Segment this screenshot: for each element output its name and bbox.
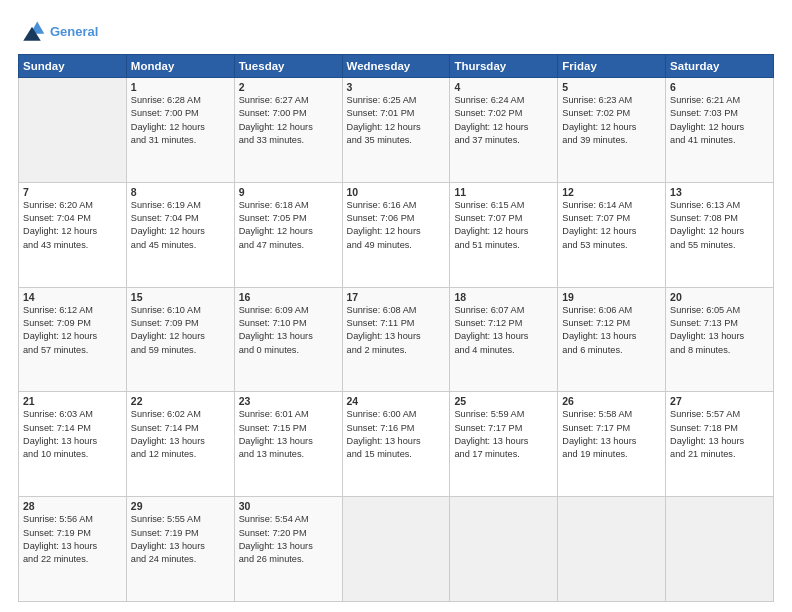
logo: General (18, 18, 98, 46)
calendar-cell: 26Sunrise: 5:58 AMSunset: 7:17 PMDayligh… (558, 392, 666, 497)
cell-info: Sunrise: 6:14 AMSunset: 7:07 PMDaylight:… (562, 199, 661, 252)
logo-icon (18, 18, 46, 46)
weekday-header-row: SundayMondayTuesdayWednesdayThursdayFrid… (19, 55, 774, 78)
cell-date: 14 (23, 291, 122, 303)
calendar-cell: 10Sunrise: 6:16 AMSunset: 7:06 PMDayligh… (342, 182, 450, 287)
cell-info: Sunrise: 6:09 AMSunset: 7:10 PMDaylight:… (239, 304, 338, 357)
calendar-cell: 28Sunrise: 5:56 AMSunset: 7:19 PMDayligh… (19, 497, 127, 602)
calendar-cell: 22Sunrise: 6:02 AMSunset: 7:14 PMDayligh… (126, 392, 234, 497)
cell-date: 19 (562, 291, 661, 303)
calendar-cell: 3Sunrise: 6:25 AMSunset: 7:01 PMDaylight… (342, 78, 450, 183)
cell-info: Sunrise: 6:13 AMSunset: 7:08 PMDaylight:… (670, 199, 769, 252)
cell-info: Sunrise: 5:54 AMSunset: 7:20 PMDaylight:… (239, 513, 338, 566)
cell-date: 17 (347, 291, 446, 303)
cell-date: 7 (23, 186, 122, 198)
cell-info: Sunrise: 5:59 AMSunset: 7:17 PMDaylight:… (454, 408, 553, 461)
cell-date: 30 (239, 500, 338, 512)
calendar-cell: 4Sunrise: 6:24 AMSunset: 7:02 PMDaylight… (450, 78, 558, 183)
cell-date: 1 (131, 81, 230, 93)
cell-date: 22 (131, 395, 230, 407)
cell-info: Sunrise: 6:01 AMSunset: 7:15 PMDaylight:… (239, 408, 338, 461)
cell-info: Sunrise: 6:07 AMSunset: 7:12 PMDaylight:… (454, 304, 553, 357)
weekday-header-friday: Friday (558, 55, 666, 78)
cell-date: 18 (454, 291, 553, 303)
calendar-cell: 11Sunrise: 6:15 AMSunset: 7:07 PMDayligh… (450, 182, 558, 287)
calendar-cell: 1Sunrise: 6:28 AMSunset: 7:00 PMDaylight… (126, 78, 234, 183)
cell-info: Sunrise: 6:21 AMSunset: 7:03 PMDaylight:… (670, 94, 769, 147)
cell-info: Sunrise: 6:05 AMSunset: 7:13 PMDaylight:… (670, 304, 769, 357)
cell-date: 21 (23, 395, 122, 407)
weekday-header-tuesday: Tuesday (234, 55, 342, 78)
calendar-cell: 17Sunrise: 6:08 AMSunset: 7:11 PMDayligh… (342, 287, 450, 392)
calendar-cell: 6Sunrise: 6:21 AMSunset: 7:03 PMDaylight… (666, 78, 774, 183)
calendar-cell: 13Sunrise: 6:13 AMSunset: 7:08 PMDayligh… (666, 182, 774, 287)
cell-info: Sunrise: 5:57 AMSunset: 7:18 PMDaylight:… (670, 408, 769, 461)
cell-date: 8 (131, 186, 230, 198)
cell-date: 13 (670, 186, 769, 198)
cell-info: Sunrise: 6:00 AMSunset: 7:16 PMDaylight:… (347, 408, 446, 461)
cell-date: 28 (23, 500, 122, 512)
cell-info: Sunrise: 6:16 AMSunset: 7:06 PMDaylight:… (347, 199, 446, 252)
calendar-cell: 27Sunrise: 5:57 AMSunset: 7:18 PMDayligh… (666, 392, 774, 497)
cell-info: Sunrise: 5:56 AMSunset: 7:19 PMDaylight:… (23, 513, 122, 566)
cell-info: Sunrise: 6:02 AMSunset: 7:14 PMDaylight:… (131, 408, 230, 461)
cell-date: 12 (562, 186, 661, 198)
cell-date: 29 (131, 500, 230, 512)
header: General (18, 18, 774, 46)
cell-info: Sunrise: 6:19 AMSunset: 7:04 PMDaylight:… (131, 199, 230, 252)
cell-date: 16 (239, 291, 338, 303)
logo-text: General (50, 24, 98, 40)
cell-info: Sunrise: 6:06 AMSunset: 7:12 PMDaylight:… (562, 304, 661, 357)
cell-info: Sunrise: 6:28 AMSunset: 7:00 PMDaylight:… (131, 94, 230, 147)
calendar-cell: 18Sunrise: 6:07 AMSunset: 7:12 PMDayligh… (450, 287, 558, 392)
weekday-header-saturday: Saturday (666, 55, 774, 78)
cell-date: 2 (239, 81, 338, 93)
calendar-cell: 30Sunrise: 5:54 AMSunset: 7:20 PMDayligh… (234, 497, 342, 602)
weekday-header-sunday: Sunday (19, 55, 127, 78)
cell-info: Sunrise: 6:12 AMSunset: 7:09 PMDaylight:… (23, 304, 122, 357)
cell-date: 9 (239, 186, 338, 198)
cell-info: Sunrise: 6:27 AMSunset: 7:00 PMDaylight:… (239, 94, 338, 147)
calendar-cell: 25Sunrise: 5:59 AMSunset: 7:17 PMDayligh… (450, 392, 558, 497)
cell-info: Sunrise: 6:03 AMSunset: 7:14 PMDaylight:… (23, 408, 122, 461)
cell-info: Sunrise: 6:10 AMSunset: 7:09 PMDaylight:… (131, 304, 230, 357)
cell-date: 25 (454, 395, 553, 407)
cell-date: 6 (670, 81, 769, 93)
cell-info: Sunrise: 5:58 AMSunset: 7:17 PMDaylight:… (562, 408, 661, 461)
cell-date: 27 (670, 395, 769, 407)
cell-info: Sunrise: 6:24 AMSunset: 7:02 PMDaylight:… (454, 94, 553, 147)
calendar-cell: 24Sunrise: 6:00 AMSunset: 7:16 PMDayligh… (342, 392, 450, 497)
cell-date: 4 (454, 81, 553, 93)
calendar-cell: 23Sunrise: 6:01 AMSunset: 7:15 PMDayligh… (234, 392, 342, 497)
calendar-cell: 12Sunrise: 6:14 AMSunset: 7:07 PMDayligh… (558, 182, 666, 287)
calendar-cell (19, 78, 127, 183)
calendar-cell (342, 497, 450, 602)
logo-line1: General (50, 24, 98, 39)
calendar-cell: 7Sunrise: 6:20 AMSunset: 7:04 PMDaylight… (19, 182, 127, 287)
calendar-cell: 19Sunrise: 6:06 AMSunset: 7:12 PMDayligh… (558, 287, 666, 392)
cell-date: 24 (347, 395, 446, 407)
week-row-3: 14Sunrise: 6:12 AMSunset: 7:09 PMDayligh… (19, 287, 774, 392)
cell-date: 20 (670, 291, 769, 303)
cell-info: Sunrise: 6:15 AMSunset: 7:07 PMDaylight:… (454, 199, 553, 252)
calendar-cell: 14Sunrise: 6:12 AMSunset: 7:09 PMDayligh… (19, 287, 127, 392)
calendar-cell: 16Sunrise: 6:09 AMSunset: 7:10 PMDayligh… (234, 287, 342, 392)
page: General SundayMondayTuesdayWednesdayThur… (0, 0, 792, 612)
calendar-cell (666, 497, 774, 602)
week-row-5: 28Sunrise: 5:56 AMSunset: 7:19 PMDayligh… (19, 497, 774, 602)
cell-info: Sunrise: 5:55 AMSunset: 7:19 PMDaylight:… (131, 513, 230, 566)
week-row-2: 7Sunrise: 6:20 AMSunset: 7:04 PMDaylight… (19, 182, 774, 287)
calendar-table: SundayMondayTuesdayWednesdayThursdayFrid… (18, 54, 774, 602)
calendar-cell (558, 497, 666, 602)
calendar-cell: 8Sunrise: 6:19 AMSunset: 7:04 PMDaylight… (126, 182, 234, 287)
calendar-cell: 15Sunrise: 6:10 AMSunset: 7:09 PMDayligh… (126, 287, 234, 392)
week-row-4: 21Sunrise: 6:03 AMSunset: 7:14 PMDayligh… (19, 392, 774, 497)
cell-date: 23 (239, 395, 338, 407)
cell-date: 10 (347, 186, 446, 198)
calendar-cell (450, 497, 558, 602)
cell-info: Sunrise: 6:18 AMSunset: 7:05 PMDaylight:… (239, 199, 338, 252)
calendar-cell: 21Sunrise: 6:03 AMSunset: 7:14 PMDayligh… (19, 392, 127, 497)
weekday-header-wednesday: Wednesday (342, 55, 450, 78)
weekday-header-monday: Monday (126, 55, 234, 78)
calendar-cell: 9Sunrise: 6:18 AMSunset: 7:05 PMDaylight… (234, 182, 342, 287)
